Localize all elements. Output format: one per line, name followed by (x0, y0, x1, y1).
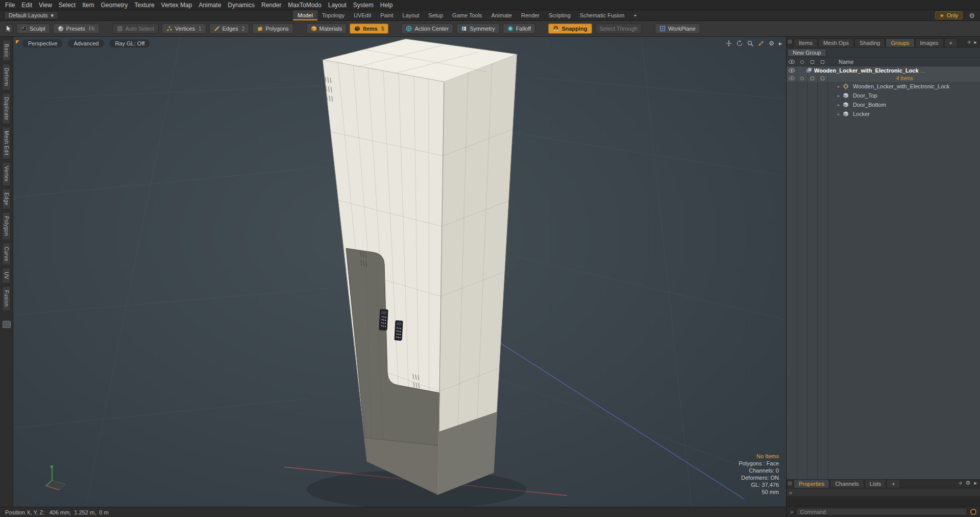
name-column-header[interactable]: Name (839, 59, 853, 65)
items-button[interactable]: Items 5 (350, 24, 388, 34)
menu-maxtomodo[interactable]: MaxToModo (288, 2, 321, 9)
tab-schematic-fusion[interactable]: Schematic Fusion (575, 10, 629, 20)
select-through-button[interactable]: Select Through (595, 24, 642, 34)
zoom-icon[interactable] (747, 40, 753, 46)
raygl-button[interactable]: Ray GL: Off (109, 39, 150, 48)
polygons-button[interactable]: Polygons (252, 24, 293, 34)
tab-add-panel[interactable]: + (887, 479, 900, 488)
panel-handle-icon[interactable] (788, 482, 792, 485)
tree-row-group[interactable]: Wooden_Locker_with_Electronic_Lock ... (787, 66, 980, 75)
menu-edit[interactable]: Edit (21, 2, 32, 9)
tab-lists[interactable]: Lists (865, 479, 887, 488)
menu-view[interactable]: View (39, 2, 52, 9)
edges-button[interactable]: Edges 2 (209, 24, 250, 34)
tab-model[interactable]: Model (293, 10, 317, 20)
menu-select[interactable]: Select (59, 2, 76, 9)
gear-icon[interactable]: ⚙ (969, 12, 975, 19)
expand-properties-icon[interactable]: » (789, 489, 792, 496)
viewport-menu-arrow-icon[interactable] (16, 40, 19, 44)
tab-game-tools[interactable]: Game Tools (448, 10, 487, 20)
auto-select-button[interactable]: Auto Select (112, 24, 159, 34)
action-center-button[interactable]: Action Center (401, 24, 453, 34)
toggle-icon[interactable] (817, 77, 827, 80)
tab-add-panel[interactable]: + (944, 38, 958, 47)
viewport-3d-scene[interactable] (13, 37, 786, 507)
menu-render[interactable]: Render (261, 2, 281, 9)
presets-button[interactable]: Presets F6 (53, 24, 100, 34)
select-column-icon[interactable] (817, 60, 827, 64)
tab-groups[interactable]: Groups (886, 38, 914, 47)
tab-render[interactable]: Render (517, 10, 544, 20)
render-column-icon[interactable] (797, 60, 807, 64)
menu-item[interactable]: Item (82, 2, 94, 9)
tab-channels[interactable]: Channels (830, 479, 864, 488)
viewport-gear-icon[interactable]: ⚙ (769, 40, 774, 47)
materials-button[interactable]: Materials (306, 24, 347, 34)
orbit-icon[interactable] (737, 40, 743, 46)
toggle-icon[interactable] (807, 77, 817, 80)
viewport-style-button[interactable]: Advanced (68, 39, 104, 48)
tab-uvedit[interactable]: UVEdit (349, 10, 376, 20)
panel-more-icon[interactable]: ▸ (974, 39, 977, 45)
lock-column-icon[interactable] (807, 60, 817, 64)
panel-handle-icon[interactable] (788, 40, 792, 43)
tree-row-item[interactable]: ▸ Door_Bottom (787, 100, 980, 109)
tab-paint[interactable]: Paint (376, 10, 398, 20)
default-layouts-dropdown[interactable]: Default Layouts ▾ (4, 11, 58, 19)
menu-dynamics[interactable]: Dynamics (228, 2, 255, 9)
panel-thumb-icon[interactable] (3, 321, 11, 328)
left-tab-curve[interactable]: Curve (2, 243, 11, 266)
tab-items[interactable]: Items (794, 38, 818, 47)
tool-pointer-icon[interactable] (4, 24, 13, 33)
record-macro-icon[interactable] (970, 509, 976, 515)
tree-row-item[interactable]: ▸ Wooden_Locker_with_Electronic_Lock (787, 82, 980, 91)
tab-images[interactable]: Images (915, 38, 944, 47)
menu-vertex-map[interactable]: Vertex Map (161, 2, 192, 9)
left-tab-deform[interactable]: Deform (2, 64, 11, 90)
panel-gear-icon[interactable]: ⚙ (966, 480, 971, 486)
maximize-icon[interactable] (758, 40, 764, 46)
left-tab-fusion[interactable]: Fusion (2, 286, 11, 311)
tab-animate[interactable]: Animate (487, 10, 517, 20)
sculpt-button[interactable]: Sculpt (16, 24, 50, 34)
tree-row-item[interactable]: ▸ Door_Top (787, 91, 980, 100)
only-favorites-button[interactable]: ★ Only (935, 11, 963, 19)
left-tab-duplicate[interactable]: Duplicate (2, 93, 11, 124)
vertices-button[interactable]: Vertices 1 (162, 24, 206, 34)
menu-animate[interactable]: Animate (199, 2, 221, 9)
tab-topology[interactable]: Topology (317, 10, 349, 20)
tab-mesh-ops[interactable]: Mesh Ops (818, 38, 854, 47)
tab-setup[interactable]: Setup (424, 10, 448, 20)
tab-scripting[interactable]: Scripting (544, 10, 575, 20)
menu-system[interactable]: System (353, 2, 374, 9)
menu-geometry[interactable]: Geometry (101, 2, 128, 9)
visibility-column-eye-icon[interactable] (787, 60, 797, 64)
eye-icon[interactable] (787, 68, 797, 73)
viewport-more-icon[interactable]: ▸ (779, 40, 782, 47)
left-tab-uv[interactable]: UV (2, 268, 11, 284)
menu-texture[interactable]: Texture (134, 2, 154, 9)
viewport-mode-button[interactable]: Perspective (22, 39, 63, 48)
workplane-button[interactable]: WorkPlane (655, 24, 700, 34)
new-group-button[interactable]: New Group (788, 49, 826, 57)
tree-row-item[interactable]: ▸ Locker (787, 109, 980, 119)
render-toggle-icon[interactable] (797, 77, 807, 80)
falloff-button[interactable]: Falloff (503, 24, 536, 34)
expand-panel-icon[interactable]: » (965, 38, 973, 46)
menu-file[interactable]: File (5, 2, 15, 9)
pan-icon[interactable] (726, 40, 732, 46)
expand-panel-icon[interactable]: » (957, 479, 964, 487)
command-input[interactable] (796, 508, 967, 515)
tab-properties[interactable]: Properties (794, 479, 829, 488)
left-tab-mesh-edit[interactable]: Mesh Edit (2, 127, 11, 159)
tab-layout[interactable]: Layout (398, 10, 424, 20)
panel-more-icon[interactable]: ▸ (974, 480, 977, 486)
menu-help[interactable]: Help (380, 2, 393, 9)
menu-layout[interactable]: Layout (328, 2, 347, 9)
eye-icon[interactable] (787, 76, 797, 80)
left-tab-edge[interactable]: Edge (2, 189, 11, 209)
tab-add[interactable]: + (629, 10, 641, 20)
tab-shading[interactable]: Shading (854, 38, 885, 47)
viewport-3d[interactable]: Perspective Advanced Ray GL: Off ⚙ ▸ No … (13, 37, 786, 507)
group-options[interactable]: ... (921, 67, 925, 74)
